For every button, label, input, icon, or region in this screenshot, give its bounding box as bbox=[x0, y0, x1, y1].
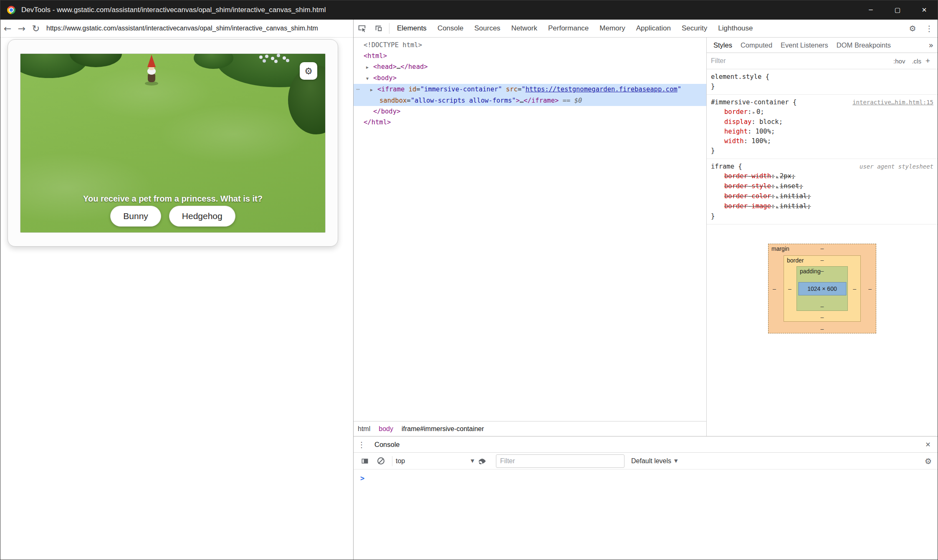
close-button[interactable]: ✕ bbox=[911, 0, 938, 20]
new-style-rule-icon[interactable]: + bbox=[925, 56, 933, 66]
drawer-tab-console[interactable]: Console bbox=[369, 436, 405, 452]
devtools-menu-icon[interactable]: ⋮ bbox=[921, 20, 938, 37]
iframe-src-link[interactable]: https://testgnomegarden.firebaseapp.com bbox=[526, 86, 678, 93]
maximize-button[interactable]: ▢ bbox=[884, 0, 911, 20]
settings-gear-icon[interactable]: ⚙ bbox=[904, 20, 921, 37]
garden-gnome bbox=[144, 55, 159, 86]
toggle-class-button[interactable]: .cls bbox=[908, 58, 925, 65]
tab-console[interactable]: Console bbox=[432, 20, 469, 37]
elements-pane: <!DOCTYPE html> <html> ▸<head>…</head> ▾… bbox=[354, 38, 707, 436]
breadcrumb-iframe[interactable]: iframe#immersive-container bbox=[397, 425, 488, 433]
execution-context-selector[interactable]: top▼ bbox=[396, 457, 474, 465]
inspect-element-icon[interactable] bbox=[354, 20, 370, 37]
css-declaration-overridden[interactable]: border-width:▸2px; bbox=[711, 172, 933, 182]
reload-icon[interactable]: ↻ bbox=[29, 23, 43, 34]
tab-event-listeners[interactable]: Event Listeners bbox=[776, 41, 832, 49]
expand-shorthand-icon[interactable]: ▸ bbox=[776, 194, 779, 199]
box-model-dash[interactable]: – bbox=[821, 314, 824, 320]
css-declaration[interactable]: border:▸0; bbox=[711, 107, 933, 117]
url-bar[interactable] bbox=[46, 25, 351, 32]
box-model-dash[interactable]: – bbox=[853, 285, 856, 292]
box-model-dash[interactable]: – bbox=[868, 285, 872, 292]
node-body-close[interactable]: </body> bbox=[354, 106, 706, 117]
expand-shorthand-icon[interactable]: ▸ bbox=[776, 184, 779, 189]
node-iframe-selected[interactable]: ⋯▸<iframe id="immersive-container" src="… bbox=[354, 84, 706, 95]
expand-shorthand-icon[interactable]: ▸ bbox=[753, 110, 755, 115]
chrome-logo-icon bbox=[7, 6, 15, 14]
node-iframe-selected-wrap[interactable]: sandbox="allow-scripts allow-forms">…</i… bbox=[354, 95, 706, 106]
box-model-dash[interactable]: – bbox=[821, 245, 824, 252]
console-filter-input[interactable] bbox=[496, 454, 624, 468]
expand-icon[interactable]: ▸ bbox=[370, 84, 377, 95]
css-declaration-overridden[interactable]: border-color:▸initial; bbox=[711, 192, 933, 202]
tab-computed[interactable]: Computed bbox=[736, 41, 776, 49]
bunny-button[interactable]: Bunny bbox=[110, 206, 161, 227]
tab-memory[interactable]: Memory bbox=[594, 20, 630, 37]
css-declaration[interactable]: width: 100%; bbox=[711, 136, 933, 146]
forward-icon[interactable]: → bbox=[15, 23, 29, 34]
css-declaration-overridden[interactable]: border-style:▸inset; bbox=[711, 182, 933, 192]
gnome-body bbox=[148, 74, 155, 82]
drawer-menu-icon[interactable]: ⋮ bbox=[354, 440, 369, 449]
styles-filter-row: :hov .cls + bbox=[707, 53, 938, 69]
node-html-open[interactable]: <html> bbox=[354, 50, 706, 61]
breadcrumb: html body iframe#immersive-container bbox=[354, 421, 706, 436]
expand-shorthand-icon[interactable]: ▸ bbox=[776, 174, 779, 179]
close-drawer-icon[interactable]: ✕ bbox=[918, 441, 938, 449]
log-levels-selector[interactable]: Default levels▼ bbox=[631, 457, 678, 465]
expand-shorthand-icon[interactable]: ▸ bbox=[776, 204, 779, 209]
tab-security[interactable]: Security bbox=[676, 20, 713, 37]
minimize-button[interactable]: ─ bbox=[857, 0, 884, 20]
node-body-open[interactable]: ▾<body> bbox=[354, 73, 706, 84]
css-declaration[interactable]: display: block; bbox=[711, 117, 933, 127]
tab-lighthouse[interactable]: Lighthouse bbox=[713, 20, 758, 37]
stylesheet-source-link[interactable]: interactive…him.html:15 bbox=[849, 98, 933, 107]
tab-styles[interactable]: Styles bbox=[709, 41, 736, 49]
rule-element-style[interactable]: element.style { } bbox=[707, 69, 938, 95]
game-question: You receive a pet from a princess. What … bbox=[20, 194, 325, 204]
console-sidebar-icon[interactable] bbox=[357, 457, 373, 465]
gear-icon: ⚙ bbox=[304, 66, 313, 76]
tab-performance[interactable]: Performance bbox=[543, 20, 594, 37]
box-model-dash[interactable]: – bbox=[821, 325, 824, 332]
node-doctype[interactable]: <!DOCTYPE html> bbox=[354, 40, 706, 50]
rule-immersive-container[interactable]: #immersive-container {interactive…him.ht… bbox=[707, 95, 938, 159]
tablet-frame: ⚙ You receive a pet from a princess. Wha… bbox=[8, 39, 338, 247]
tab-network[interactable]: Network bbox=[506, 20, 543, 37]
box-model-dash[interactable]: – bbox=[821, 303, 824, 310]
box-model-dash[interactable]: – bbox=[773, 285, 776, 292]
box-model-content[interactable]: 1024 × 600 bbox=[798, 282, 846, 295]
node-options-icon[interactable]: ⋯ bbox=[356, 84, 360, 95]
breadcrumb-html[interactable]: html bbox=[354, 425, 374, 433]
device-toolbar-icon[interactable] bbox=[370, 20, 387, 37]
toggle-hover-button[interactable]: :hov bbox=[890, 58, 908, 65]
expand-icon[interactable]: ▸ bbox=[366, 62, 373, 73]
hedgehog-button[interactable]: Hedgehog bbox=[169, 206, 235, 227]
clear-console-icon[interactable] bbox=[373, 457, 389, 464]
tab-application[interactable]: Application bbox=[631, 20, 676, 37]
live-expression-eye-icon[interactable] bbox=[474, 457, 490, 465]
tab-sources[interactable]: Sources bbox=[469, 20, 506, 37]
rule-iframe-user-agent[interactable]: iframe {user agent stylesheet border-wid… bbox=[707, 159, 938, 225]
node-head[interactable]: ▸<head>…</head> bbox=[354, 61, 706, 73]
game-settings-button[interactable]: ⚙ bbox=[300, 62, 317, 80]
styles-filter-input[interactable] bbox=[711, 57, 890, 65]
sidebar-tabs: Styles Computed Event Listeners DOM Brea… bbox=[707, 38, 938, 53]
console-settings-icon[interactable]: ⚙ bbox=[925, 457, 932, 466]
css-declaration-overridden[interactable]: border-image:▸initial; bbox=[711, 202, 933, 212]
back-icon[interactable]: ← bbox=[0, 23, 15, 34]
console-toolbar: top▼ Default levels▼ ⚙ bbox=[354, 453, 938, 469]
box-model-border: border – – – – padding – – – bbox=[784, 255, 861, 322]
tab-dom-breakpoints[interactable]: DOM Breakpoints bbox=[832, 41, 895, 49]
box-model-margin: margin – – – – border – – – – bbox=[768, 244, 876, 333]
css-declaration[interactable]: height: 100%; bbox=[711, 127, 933, 136]
console-prompt[interactable]: > bbox=[354, 469, 938, 482]
more-tabs-icon[interactable]: » bbox=[924, 40, 938, 50]
tab-elements[interactable]: Elements bbox=[392, 20, 432, 37]
box-model-dash[interactable]: – bbox=[821, 257, 824, 263]
collapse-icon[interactable]: ▾ bbox=[366, 73, 373, 84]
box-model-dash[interactable]: – bbox=[788, 285, 791, 292]
node-html-close[interactable]: </html> bbox=[354, 117, 706, 128]
breadcrumb-body[interactable]: body bbox=[374, 425, 397, 433]
box-model-dash[interactable]: – bbox=[821, 267, 824, 274]
